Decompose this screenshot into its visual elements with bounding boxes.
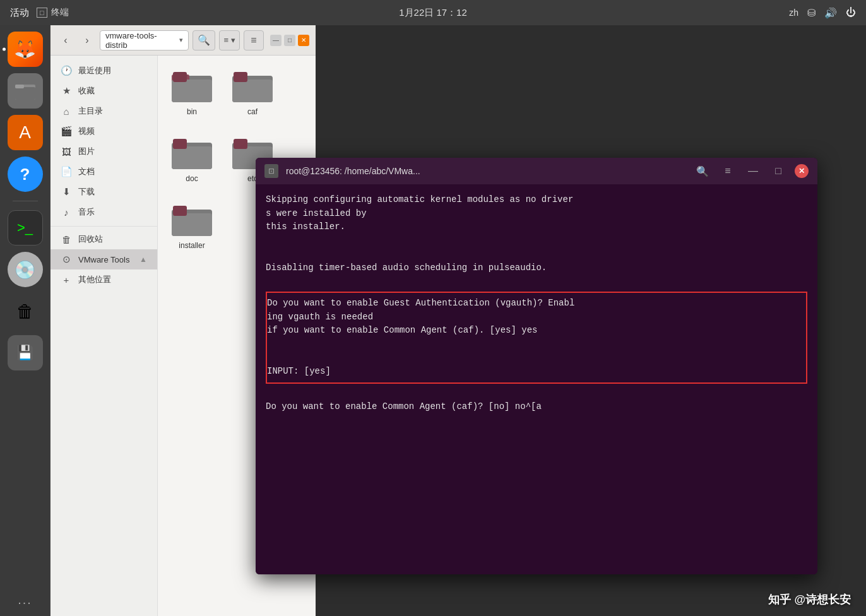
power-icon: ⏻ (846, 7, 856, 18)
svg-rect-16 (234, 139, 247, 149)
view-list-icon: ≡ (223, 35, 228, 45)
dock-item-trash[interactable]: 🗑 (8, 293, 43, 329)
terminal-line-5 (266, 248, 807, 262)
svg-rect-12 (172, 146, 212, 169)
dock-item-disk[interactable]: 💾 (8, 335, 43, 370)
dock-item-files[interactable] (8, 73, 43, 109)
terminal-dock-icon: >_ (17, 220, 33, 236)
appstore-icon: A (19, 122, 31, 143)
dock-item-help[interactable]: ? (8, 157, 43, 192)
search-icon: 🔍 (198, 34, 210, 46)
trash-icon: 🗑 (16, 301, 34, 322)
sidebar-label-favorites: 收藏 (78, 85, 95, 97)
terminal-menu-button[interactable]: ≡ (719, 162, 737, 180)
dock-item-terminal[interactable]: >_ (8, 210, 43, 246)
fm-close-button[interactable]: ✕ (298, 35, 309, 46)
pictures-icon: 🖼 (61, 146, 72, 157)
terminal-search-button[interactable]: 🔍 (694, 162, 711, 180)
sidebar-item-recent[interactable]: 🕐 最近使用 (50, 61, 157, 81)
fm-toolbar: ‹ › vmware-tools-distrib ▾ 🔍 ≡ ▾ ≡ — □ ✕ (50, 25, 316, 56)
terminal-title-text: root@123456: /home/abc/VMwa... (286, 166, 686, 176)
terminal-highlight-box: Do you want to enable Guest Authenticati… (266, 292, 807, 384)
folder-label-installer: installer (179, 241, 205, 250)
terminal-hl-line-2: ing vgauth is needed (267, 311, 806, 324)
dock-more-icon[interactable]: ··· (18, 595, 32, 609)
terminal-hl-line-4 (267, 338, 806, 352)
terminal-after-box (266, 386, 807, 400)
fm-view-button[interactable]: ≡ ▾ (219, 30, 240, 50)
terminal-titlebar: ⊡ root@123456: /home/abc/VMwa... 🔍 ≡ — □… (256, 158, 817, 184)
dock-item-firefox[interactable]: 🦊 (8, 32, 43, 67)
fm-menu-button[interactable]: ≡ (244, 30, 264, 50)
sidebar-label-music: 音乐 (78, 206, 95, 218)
dvd-icon: 💿 (14, 259, 36, 280)
folder-icon-installer (172, 203, 212, 237)
favorites-icon: ★ (61, 85, 72, 97)
topbar: 活动 □ 终端 1月22日 17：12 zh ⛁ 🔊 ⏻ (0, 0, 866, 25)
vmware-icon: ⊙ (61, 254, 72, 265)
sidebar-item-trash[interactable]: 🗑 回收站 (50, 229, 157, 249)
activities-label[interactable]: 活动 (10, 7, 29, 19)
fm-sidebar-section-devices: 🗑 回收站 ⊙ VMware Tools ▲ + 其他位置 (50, 226, 157, 290)
sidebar-item-vmwaretools[interactable]: ⊙ VMware Tools ▲ (50, 249, 157, 270)
terminal-hl-line-5 (267, 352, 806, 365)
fm-view-dropdown-icon: ▾ (231, 35, 235, 45)
topbar-datetime: 1月22日 17：12 (399, 7, 467, 19)
sidebar-label-documents: 文档 (78, 166, 95, 177)
sidebar-label-other: 其他位置 (78, 274, 111, 285)
folder-item-bin[interactable]: bin (168, 66, 216, 120)
topbar-left: 活动 □ 终端 (10, 7, 69, 19)
sidebar-item-downloads[interactable]: ⬇ 下载 (50, 182, 157, 202)
trash-sidebar-icon: 🗑 (61, 234, 72, 245)
sidebar-item-documents[interactable]: 📄 文档 (50, 162, 157, 182)
topbar-terminal-label[interactable]: □ 终端 (37, 7, 69, 18)
fm-back-button[interactable]: ‹ (57, 32, 74, 49)
terminal-title-icon: ⊡ (264, 164, 278, 178)
sidebar-item-pictures[interactable]: 🖼 图片 (50, 141, 157, 162)
svg-rect-7 (173, 72, 187, 82)
fm-maximize-button[interactable]: □ (284, 35, 295, 46)
svg-rect-13 (173, 139, 187, 149)
sidebar-item-favorites[interactable]: ★ 收藏 (50, 81, 157, 101)
terminal-menu-icon: ≡ (725, 165, 730, 177)
firefox-icon: 🦊 (14, 39, 36, 60)
terminal-line-3: this installer. (266, 220, 807, 234)
terminal-window: ⊡ root@123456: /home/abc/VMwa... 🔍 ≡ — □… (256, 158, 817, 574)
sidebar-item-music[interactable]: ♪ 音乐 (50, 202, 157, 222)
terminal-box-icon: □ (37, 8, 47, 18)
terminal-icon-symbol: ⊡ (268, 167, 275, 175)
other-icon: + (61, 275, 72, 285)
sidebar-item-videos[interactable]: 🎬 视频 (50, 121, 157, 141)
sound-icon: 🔊 (824, 7, 837, 19)
fm-forward-button[interactable]: › (78, 32, 96, 49)
fm-location-dropdown-icon[interactable]: ▾ (179, 36, 183, 44)
terminal-maximize-button[interactable]: □ (769, 162, 787, 180)
eject-icon[interactable]: ▲ (139, 255, 147, 264)
dock-item-appstore[interactable]: A (8, 115, 43, 150)
dock-item-dvd[interactable]: 💿 (8, 252, 43, 287)
terminal-close-button[interactable]: ✕ (795, 164, 809, 178)
folder-item-caf[interactable]: caf (228, 66, 276, 120)
fm-search-button[interactable]: 🔍 (193, 30, 215, 50)
terminal-minimize-button[interactable]: — (744, 162, 762, 180)
fm-sidebar: 🕐 最近使用 ★ 收藏 ⌂ 主目录 🎬 视频 🖼 图片 (50, 56, 158, 616)
sidebar-label-vmware: VMware Tools (78, 255, 129, 264)
fm-minimize-button[interactable]: — (270, 35, 282, 46)
folder-item-installer[interactable]: installer (168, 199, 216, 254)
dock: 🦊 A ? >_ 💿 🗑 (0, 25, 50, 616)
fm-location-bar[interactable]: vmware-tools-distrib ▾ (100, 30, 189, 50)
terminal-content[interactable]: Skipping configuring automatic kernel mo… (256, 184, 817, 574)
fm-window-buttons: — □ ✕ (270, 35, 309, 46)
sidebar-label-recent: 最近使用 (78, 65, 111, 76)
sidebar-item-home[interactable]: ⌂ 主目录 (50, 101, 157, 121)
sidebar-item-other[interactable]: + 其他位置 (50, 270, 157, 290)
downloads-icon: ⬇ (61, 186, 72, 198)
fm-location-text: vmware-tools-distrib (105, 31, 175, 50)
recent-icon: 🕐 (61, 65, 72, 76)
folder-item-doc[interactable]: doc (168, 133, 216, 187)
dock-bottom: ··· (18, 595, 32, 610)
terminal-line-1: Skipping configuring automatic kernel mo… (266, 193, 807, 207)
sidebar-label-trash: 回收站 (78, 234, 103, 245)
documents-icon: 📄 (61, 166, 72, 177)
folder-label-bin: bin (187, 107, 197, 116)
